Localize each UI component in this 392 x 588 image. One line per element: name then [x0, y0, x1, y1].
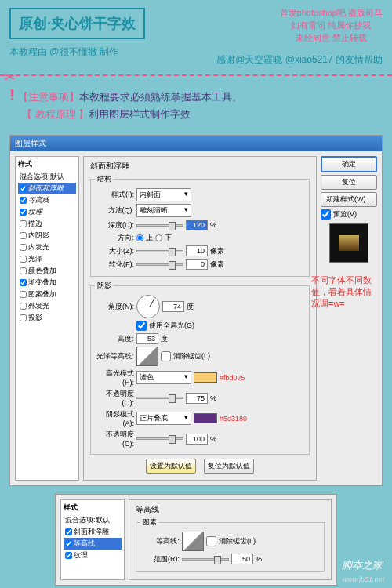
- notice-block: !【注意事项】本教程要求必须熟练掌握基本工具。 【 教程原理 】利用图层样式制作…: [0, 82, 392, 127]
- highlight-color[interactable]: [194, 372, 217, 383]
- shadow-color[interactable]: [194, 413, 217, 423]
- shadow-mode[interactable]: 正片叠底▾: [136, 412, 191, 425]
- divider: [0, 74, 392, 76]
- range-input[interactable]: 50: [231, 554, 253, 564]
- contour-dialog: 样式 混合选项:默认 斜面和浮雕 等高线 纹理 等高线 图素 等高线:消除锯齿(…: [55, 494, 337, 586]
- angle-dial[interactable]: [136, 295, 160, 318]
- new-style-button[interactable]: 新建样式(W)...: [321, 192, 377, 207]
- size-input[interactable]: 10: [186, 245, 208, 256]
- style-item-1[interactable]: 等高线: [18, 194, 76, 206]
- style-item-4[interactable]: 内阴影: [18, 230, 76, 241]
- dialog-titlebar: 图层样式: [10, 136, 382, 151]
- dir-down-radio[interactable]: [155, 234, 162, 241]
- size-slider[interactable]: [136, 250, 183, 252]
- set-default-button[interactable]: 设置为默认值: [146, 459, 196, 474]
- antialias-check-2[interactable]: [206, 536, 216, 546]
- style-item-10[interactable]: 外发光: [18, 300, 76, 312]
- scissors-icon: ✂: [4, 69, 16, 86]
- hilite-opacity-slider[interactable]: [136, 397, 183, 399]
- ok-button[interactable]: 确定: [321, 156, 377, 172]
- highlight-mode[interactable]: 滤色▾: [136, 371, 191, 384]
- preview-thumbnail: [329, 223, 368, 263]
- style-item-11[interactable]: 投影: [18, 312, 76, 324]
- watermark: 脚本之家www.jb51.net: [342, 558, 384, 584]
- style-item-2[interactable]: 纹理: [18, 206, 76, 218]
- dir-up-radio[interactable]: [136, 234, 143, 241]
- exclaim-icon: !: [9, 86, 15, 103]
- styles-list-2: 样式 混合选项:默认 斜面和浮雕 等高线 纹理: [60, 499, 125, 580]
- tutorial-title: 原创·夹心饼干字效: [9, 8, 145, 39]
- preview-check[interactable]: [321, 209, 331, 220]
- altitude-input[interactable]: 53: [136, 333, 158, 344]
- red-annotation: 不同字体不同数值，看着具体情况调=w=: [311, 274, 378, 310]
- method-select[interactable]: 雕刻清晰▾: [136, 204, 191, 217]
- style-item-0[interactable]: 斜面和浮雕: [18, 183, 76, 194]
- shadow-opacity-input[interactable]: 100: [186, 434, 208, 445]
- style-item-3[interactable]: 描边: [18, 218, 76, 230]
- antialias-check[interactable]: [161, 351, 171, 361]
- cancel-button[interactable]: 复位: [321, 175, 377, 190]
- shadow-opacity-slider[interactable]: [136, 437, 183, 440]
- soften-input[interactable]: 0: [186, 259, 208, 270]
- bevel-panel: 斜面和浮雕 结构 样式(I):内斜面▾ 方法(Q):雕刻清晰▾ 深度(D):12…: [83, 156, 317, 481]
- style-item-5[interactable]: 内发光: [18, 241, 76, 253]
- layer-style-dialog: 图层样式 样式 混合选项:默认 斜面和浮雕等高线纹理描边内阴影内发光光泽颜色叠加…: [9, 135, 383, 486]
- gloss-contour[interactable]: [136, 347, 158, 366]
- blend-options[interactable]: 混合选项:默认: [18, 171, 76, 183]
- style-item-6[interactable]: 光泽: [18, 253, 76, 265]
- styles-list: 样式 混合选项:默认 斜面和浮雕等高线纹理描边内阴影内发光光泽颜色叠加渐变叠加图…: [15, 156, 79, 481]
- soften-slider[interactable]: [136, 263, 183, 266]
- contour-picker[interactable]: [182, 532, 204, 551]
- style-item-7[interactable]: 颜色叠加: [18, 265, 76, 277]
- style-item-9[interactable]: 图案叠加: [18, 289, 76, 300]
- global-light-check[interactable]: [136, 321, 147, 331]
- style-item-8[interactable]: 渐变叠加: [18, 277, 76, 289]
- thanks-credit: 感谢@天空霞晓 @xiao5217 的友情帮助: [216, 53, 383, 67]
- depth-input[interactable]: 120: [186, 220, 208, 230]
- hilite-opacity-input[interactable]: 75: [186, 393, 208, 404]
- dialog-buttons: 确定 复位 新建样式(W)... 预览(V): [321, 156, 377, 481]
- angle-input[interactable]: 74: [162, 301, 184, 312]
- range-slider[interactable]: [182, 558, 229, 561]
- reset-default-button[interactable]: 复位为默认值: [204, 459, 254, 474]
- style-select[interactable]: 内斜面▾: [136, 188, 191, 201]
- copyright-notice: 首发photoshop吧 盗版司马 如有雷同 纯属你抄我 未经同意 禁止转载: [280, 6, 383, 44]
- depth-slider[interactable]: [136, 224, 183, 227]
